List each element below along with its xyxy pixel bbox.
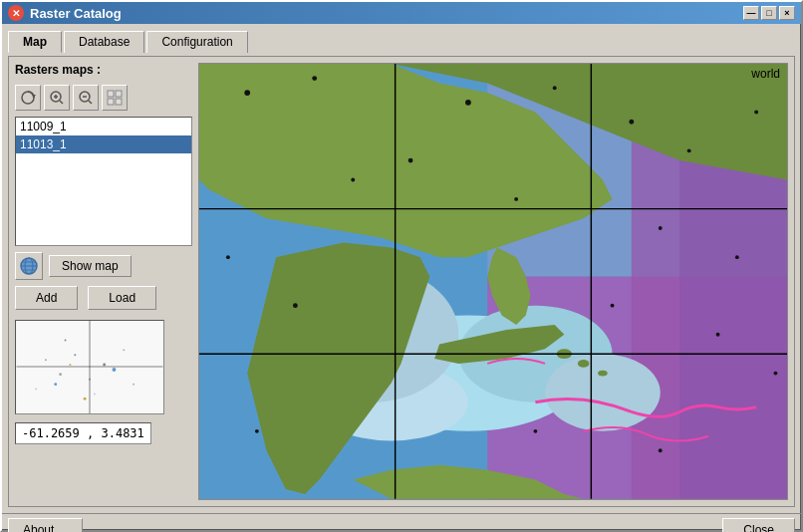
window-icon: ✕ [8, 5, 24, 21]
titlebar-controls[interactable]: — □ × [743, 6, 795, 20]
show-map-button[interactable]: Show map [49, 255, 132, 277]
toolbar-row [15, 85, 192, 111]
rasters-label: Rasters maps : [15, 63, 192, 77]
map-svg [199, 64, 787, 499]
svg-rect-11 [116, 99, 122, 105]
zoom-out-icon [78, 90, 94, 106]
tab-configuration[interactable]: Configuration [146, 31, 247, 53]
svg-point-48 [244, 90, 250, 96]
grid-icon [107, 90, 123, 106]
svg-point-53 [687, 148, 691, 152]
raster-item-11013[interactable]: 11013_1 [16, 135, 191, 153]
svg-point-57 [514, 197, 518, 201]
refresh-icon [20, 90, 36, 106]
svg-point-22 [103, 364, 106, 367]
maximize-button[interactable]: □ [761, 6, 777, 20]
svg-marker-0 [32, 95, 36, 98]
left-panel: Rasters maps : [15, 63, 192, 500]
svg-point-62 [611, 304, 615, 308]
svg-point-25 [65, 340, 67, 342]
svg-point-20 [74, 354, 76, 356]
globe-icon [19, 256, 39, 276]
svg-point-64 [774, 372, 778, 376]
svg-point-42 [545, 354, 661, 431]
world-label: world [751, 67, 780, 81]
raster-list[interactable]: 11009_1 11013_1 [15, 117, 192, 246]
coordinates-box: -61.2659 , 3.4831 [15, 422, 151, 444]
svg-point-30 [84, 398, 87, 400]
close-button[interactable]: × [779, 6, 795, 20]
svg-point-50 [465, 100, 471, 106]
main-content: Rasters maps : [15, 63, 788, 500]
tab-map[interactable]: Map [8, 31, 62, 53]
svg-point-47 [598, 371, 608, 377]
svg-point-46 [578, 360, 590, 368]
svg-point-60 [226, 255, 230, 259]
main-window: ✕ Raster Catalog — □ × Map Database Conf… [0, 0, 803, 532]
titlebar-left: ✕ Raster Catalog [8, 5, 122, 21]
grid-button[interactable] [102, 85, 128, 111]
svg-point-24 [123, 349, 125, 351]
svg-line-4 [60, 101, 63, 104]
refresh-button[interactable] [15, 85, 41, 111]
svg-point-23 [35, 389, 37, 391]
svg-point-59 [735, 255, 739, 259]
svg-rect-9 [116, 91, 122, 97]
window-title: Raster Catalog [30, 6, 122, 21]
tab-database[interactable]: Database [64, 31, 144, 53]
svg-point-63 [716, 333, 720, 337]
action-row: Add Load [15, 286, 192, 310]
mini-map [15, 320, 164, 414]
svg-point-54 [754, 111, 758, 115]
svg-point-49 [312, 76, 317, 81]
svg-point-55 [351, 178, 355, 182]
svg-rect-8 [108, 91, 114, 97]
bottom-bar: About ... Close [2, 513, 801, 532]
svg-line-7 [89, 101, 92, 104]
svg-rect-38 [679, 160, 787, 499]
svg-point-28 [113, 368, 117, 372]
svg-point-58 [659, 226, 663, 230]
zoom-out-button[interactable] [73, 85, 99, 111]
svg-point-19 [59, 373, 62, 376]
svg-rect-10 [108, 99, 114, 105]
zoom-in-button[interactable] [44, 85, 70, 111]
content-area: Map Database Configuration Rasters maps … [2, 24, 801, 513]
svg-point-27 [133, 384, 134, 386]
show-map-row: Show map [15, 252, 192, 280]
svg-point-31 [69, 364, 71, 366]
svg-point-66 [659, 448, 663, 452]
svg-point-61 [293, 303, 298, 308]
minimize-button[interactable]: — [743, 6, 759, 20]
right-panel: world [198, 63, 788, 500]
close-window-button[interactable]: Close [722, 518, 795, 532]
svg-point-52 [629, 120, 634, 125]
add-button[interactable]: Add [15, 286, 78, 310]
svg-point-51 [553, 86, 557, 90]
zoom-in-icon [49, 90, 65, 106]
about-button[interactable]: About ... [8, 518, 83, 532]
svg-point-67 [255, 429, 259, 433]
globe-button[interactable] [15, 252, 43, 280]
svg-point-56 [408, 158, 413, 163]
titlebar: ✕ Raster Catalog — □ × [2, 2, 801, 24]
svg-point-26 [94, 393, 96, 395]
svg-point-65 [533, 429, 537, 433]
tabs-bar: Map Database Configuration [8, 30, 795, 52]
map-canvas [198, 63, 788, 500]
svg-point-18 [45, 359, 47, 361]
raster-item-11009[interactable]: 11009_1 [16, 118, 191, 135]
svg-point-29 [54, 383, 57, 386]
mini-map-svg [16, 321, 163, 413]
load-button[interactable]: Load [88, 286, 156, 310]
tab-panel-map: Rasters maps : [8, 56, 795, 507]
